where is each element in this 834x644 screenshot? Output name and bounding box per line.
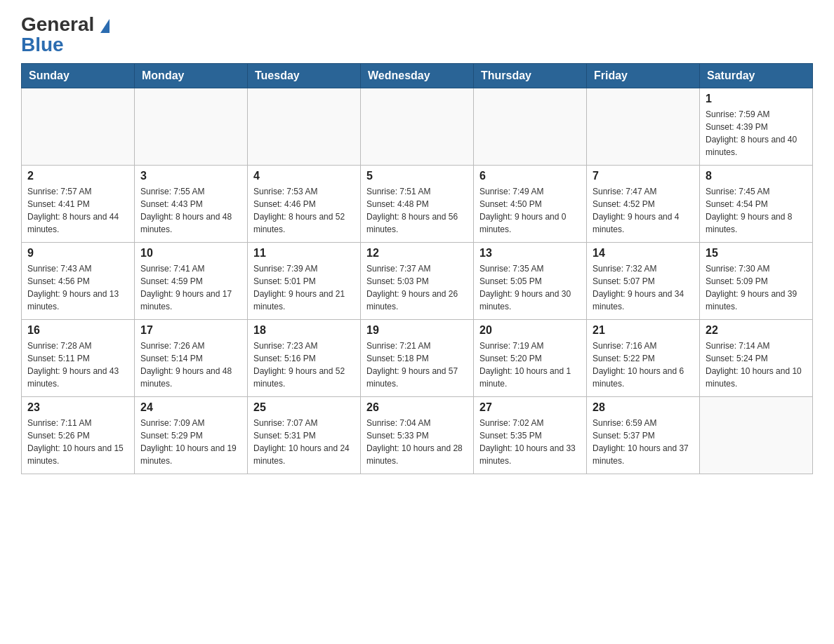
day-number: 1 — [706, 93, 807, 105]
day-number: 8 — [706, 170, 807, 182]
day-info: Sunrise: 7:30 AMSunset: 5:09 PMDaylight:… — [706, 262, 807, 313]
calendar-cell: 24Sunrise: 7:09 AMSunset: 5:29 PMDayligh… — [135, 396, 248, 474]
calendar-cell: 8Sunrise: 7:45 AMSunset: 4:54 PMDaylight… — [700, 165, 813, 242]
calendar-cell: 21Sunrise: 7:16 AMSunset: 5:22 PMDayligh… — [587, 319, 700, 396]
day-number: 22 — [706, 324, 807, 337]
days-header-row: SundayMondayTuesdayWednesdayThursdayFrid… — [22, 63, 813, 88]
day-number: 19 — [366, 324, 468, 337]
logo-general: General — [21, 14, 110, 36]
day-number: 28 — [593, 401, 694, 414]
day-number: 3 — [140, 170, 241, 182]
calendar-cell: 12Sunrise: 7:37 AMSunset: 5:03 PMDayligh… — [361, 242, 474, 319]
day-of-week-header: Thursday — [474, 63, 587, 88]
calendar-cell: 4Sunrise: 7:53 AMSunset: 4:46 PMDaylight… — [248, 165, 361, 242]
calendar-table: SundayMondayTuesdayWednesdayThursdayFrid… — [21, 63, 813, 474]
day-number: 13 — [479, 247, 581, 260]
calendar-cell — [248, 88, 361, 165]
calendar-cell: 2Sunrise: 7:57 AMSunset: 4:41 PMDaylight… — [22, 165, 135, 242]
day-info: Sunrise: 7:45 AMSunset: 4:54 PMDaylight:… — [706, 185, 807, 236]
calendar-cell: 16Sunrise: 7:28 AMSunset: 5:11 PMDayligh… — [22, 319, 135, 396]
day-info: Sunrise: 7:35 AMSunset: 5:05 PMDaylight:… — [479, 262, 581, 313]
calendar-cell — [474, 88, 587, 165]
day-number: 9 — [27, 247, 128, 260]
day-number: 27 — [479, 401, 581, 414]
day-of-week-header: Sunday — [22, 63, 135, 88]
calendar-week-row: 9Sunrise: 7:43 AMSunset: 4:56 PMDaylight… — [22, 242, 813, 319]
day-number: 21 — [593, 324, 694, 337]
day-number: 5 — [366, 170, 468, 182]
calendar-cell — [587, 88, 700, 165]
day-number: 10 — [140, 247, 241, 260]
calendar-week-row: 16Sunrise: 7:28 AMSunset: 5:11 PMDayligh… — [22, 319, 813, 396]
day-number: 17 — [140, 324, 241, 337]
day-number: 15 — [706, 247, 807, 260]
day-of-week-header: Wednesday — [361, 63, 474, 88]
day-info: Sunrise: 7:47 AMSunset: 4:52 PMDaylight:… — [593, 185, 694, 236]
logo: General Blue — [21, 14, 110, 56]
day-number: 11 — [253, 247, 355, 260]
day-info: Sunrise: 7:49 AMSunset: 4:50 PMDaylight:… — [479, 185, 581, 236]
day-info: Sunrise: 7:59 AMSunset: 4:39 PMDaylight:… — [706, 108, 807, 159]
page-header: General Blue — [21, 14, 813, 56]
day-number: 14 — [593, 247, 694, 260]
day-info: Sunrise: 7:55 AMSunset: 4:43 PMDaylight:… — [140, 185, 241, 236]
calendar-cell: 6Sunrise: 7:49 AMSunset: 4:50 PMDaylight… — [474, 165, 587, 242]
day-number: 24 — [140, 401, 241, 414]
day-number: 2 — [27, 170, 128, 182]
calendar-cell: 23Sunrise: 7:11 AMSunset: 5:26 PMDayligh… — [22, 396, 135, 474]
day-number: 16 — [27, 324, 128, 337]
day-info: Sunrise: 7:53 AMSunset: 4:46 PMDaylight:… — [253, 185, 355, 236]
day-info: Sunrise: 7:39 AMSunset: 5:01 PMDaylight:… — [253, 262, 355, 313]
calendar-cell: 15Sunrise: 7:30 AMSunset: 5:09 PMDayligh… — [700, 242, 813, 319]
day-info: Sunrise: 7:41 AMSunset: 4:59 PMDaylight:… — [140, 262, 241, 313]
calendar-cell: 28Sunrise: 6:59 AMSunset: 5:37 PMDayligh… — [587, 396, 700, 474]
calendar-cell: 1Sunrise: 7:59 AMSunset: 4:39 PMDaylight… — [700, 88, 813, 165]
day-number: 12 — [366, 247, 468, 260]
day-number: 4 — [253, 170, 355, 182]
day-info: Sunrise: 7:21 AMSunset: 5:18 PMDaylight:… — [366, 340, 468, 390]
day-number: 6 — [479, 170, 581, 182]
day-info: Sunrise: 7:14 AMSunset: 5:24 PMDaylight:… — [706, 340, 807, 390]
day-info: Sunrise: 7:51 AMSunset: 4:48 PMDaylight:… — [366, 185, 468, 236]
calendar-cell: 3Sunrise: 7:55 AMSunset: 4:43 PMDaylight… — [135, 165, 248, 242]
calendar-week-row: 1Sunrise: 7:59 AMSunset: 4:39 PMDaylight… — [22, 88, 813, 165]
day-number: 26 — [366, 401, 468, 414]
calendar-cell: 7Sunrise: 7:47 AMSunset: 4:52 PMDaylight… — [587, 165, 700, 242]
calendar-cell: 9Sunrise: 7:43 AMSunset: 4:56 PMDaylight… — [22, 242, 135, 319]
calendar-cell: 10Sunrise: 7:41 AMSunset: 4:59 PMDayligh… — [135, 242, 248, 319]
day-number: 7 — [593, 170, 694, 182]
calendar-cell: 18Sunrise: 7:23 AMSunset: 5:16 PMDayligh… — [248, 319, 361, 396]
day-info: Sunrise: 7:16 AMSunset: 5:22 PMDaylight:… — [593, 340, 694, 390]
calendar-week-row: 23Sunrise: 7:11 AMSunset: 5:26 PMDayligh… — [22, 396, 813, 474]
day-number: 23 — [27, 401, 128, 414]
calendar-week-row: 2Sunrise: 7:57 AMSunset: 4:41 PMDaylight… — [22, 165, 813, 242]
day-number: 18 — [253, 324, 355, 337]
day-of-week-header: Saturday — [700, 63, 813, 88]
day-info: Sunrise: 7:26 AMSunset: 5:14 PMDaylight:… — [140, 340, 241, 390]
calendar-cell: 17Sunrise: 7:26 AMSunset: 5:14 PMDayligh… — [135, 319, 248, 396]
calendar-cell: 5Sunrise: 7:51 AMSunset: 4:48 PMDaylight… — [361, 165, 474, 242]
calendar-cell: 20Sunrise: 7:19 AMSunset: 5:20 PMDayligh… — [474, 319, 587, 396]
calendar-cell — [135, 88, 248, 165]
day-info: Sunrise: 7:11 AMSunset: 5:26 PMDaylight:… — [27, 417, 128, 467]
day-info: Sunrise: 6:59 AMSunset: 5:37 PMDaylight:… — [593, 417, 694, 467]
calendar-cell: 13Sunrise: 7:35 AMSunset: 5:05 PMDayligh… — [474, 242, 587, 319]
day-info: Sunrise: 7:23 AMSunset: 5:16 PMDaylight:… — [253, 340, 355, 390]
calendar-cell: 25Sunrise: 7:07 AMSunset: 5:31 PMDayligh… — [248, 396, 361, 474]
day-info: Sunrise: 7:02 AMSunset: 5:35 PMDaylight:… — [479, 417, 581, 467]
calendar-cell — [700, 396, 813, 474]
calendar-cell: 19Sunrise: 7:21 AMSunset: 5:18 PMDayligh… — [361, 319, 474, 396]
day-of-week-header: Monday — [135, 63, 248, 88]
calendar-cell: 14Sunrise: 7:32 AMSunset: 5:07 PMDayligh… — [587, 242, 700, 319]
calendar-cell: 11Sunrise: 7:39 AMSunset: 5:01 PMDayligh… — [248, 242, 361, 319]
day-of-week-header: Friday — [587, 63, 700, 88]
calendar-cell: 22Sunrise: 7:14 AMSunset: 5:24 PMDayligh… — [700, 319, 813, 396]
day-of-week-header: Tuesday — [248, 63, 361, 88]
day-info: Sunrise: 7:57 AMSunset: 4:41 PMDaylight:… — [27, 185, 128, 236]
day-info: Sunrise: 7:19 AMSunset: 5:20 PMDaylight:… — [479, 340, 581, 390]
day-info: Sunrise: 7:43 AMSunset: 4:56 PMDaylight:… — [27, 262, 128, 313]
day-info: Sunrise: 7:28 AMSunset: 5:11 PMDaylight:… — [27, 340, 128, 390]
day-info: Sunrise: 7:07 AMSunset: 5:31 PMDaylight:… — [253, 417, 355, 467]
day-number: 20 — [479, 324, 581, 337]
logo-blue: Blue — [21, 34, 110, 56]
